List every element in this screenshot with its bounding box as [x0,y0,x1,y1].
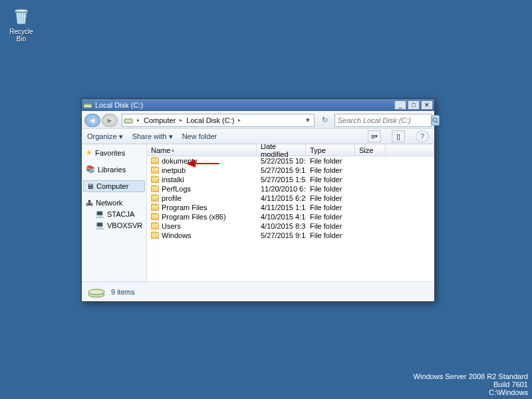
file-date: 5/27/2015 9:18 AM [257,231,306,239]
table-row[interactable]: Program Files (x86)4/10/2015 4:13 PMFile… [147,212,434,221]
file-date: 4/10/2015 4:13 PM [257,213,306,221]
libraries-icon: 📚 [86,165,95,174]
help-button[interactable]: ? [416,130,429,142]
file-date: 4/11/2015 1:14 PM [257,203,306,211]
chevron-right-icon: ▸ [178,117,184,123]
computer-icon: 🖥 [86,182,94,190]
chevron-down-icon: ▾ [119,132,123,141]
chevron-down-icon: ▾ [169,132,173,141]
sort-asc-icon: ▴ [172,147,174,153]
table-row[interactable]: profile4/11/2015 6:20 AMFile folder [147,194,434,203]
file-type: File folder [306,185,355,193]
sidebar-computer[interactable]: 🖥Computer [83,180,145,192]
file-date: 11/20/2010 6:04 AM [257,185,306,193]
sidebar-favorites[interactable]: ★Favorites [83,147,145,158]
desktop-watermark: Windows Server 2008 R2 Standard Build 76… [414,372,528,396]
view-options-button[interactable]: ≡ ▾ [368,130,381,142]
command-bar: Organize ▾ Share with ▾ New folder ≡ ▾ ▯… [82,128,434,144]
folder-icon [151,186,159,192]
col-size[interactable]: Size [355,144,386,156]
network-node[interactable]: 💻VBOXSVR [83,219,145,231]
window-title: Local Disk (C:) [95,101,393,109]
breadcrumb-drive[interactable]: Local Disk (C:) [184,116,237,124]
search-box[interactable] [334,114,432,127]
drive-icon [87,285,106,299]
table-row[interactable]: instalki5/27/2015 1:52 AMFile folder [147,175,434,184]
table-row[interactable]: PerfLogs11/20/2010 6:04 AMFile folder [147,184,434,194]
computer-icon: 💻 [95,221,104,229]
status-bar: 9 items [82,281,434,301]
svg-point-0 [15,9,28,12]
file-type: File folder [306,231,355,239]
folder-icon [151,167,159,174]
table-row[interactable]: Program Files4/11/2015 1:14 PMFile folde… [147,203,434,212]
file-name: instalki [162,176,184,184]
column-headers: Name▴ Date modified Type Size [147,144,434,156]
star-icon: ★ [86,148,92,157]
table-row[interactable]: Users4/10/2015 8:38 AMFile folder [147,221,434,231]
col-date[interactable]: Date modified [257,144,306,156]
share-menu[interactable]: Share with ▾ [132,132,173,141]
recycle-bin[interactable]: Recycle Bin [5,5,37,43]
preview-pane-button[interactable]: ▯ [392,130,405,142]
search-icon[interactable] [432,115,440,126]
file-type: File folder [306,203,355,211]
chevron-right-icon: ▸ [237,117,242,123]
folder-icon [151,213,159,220]
svg-rect-3 [124,119,132,123]
file-date: 5/27/2015 1:52 AM [257,176,306,184]
refresh-button[interactable]: ↻ [319,114,331,126]
file-name: Program Files (x86) [162,213,226,221]
nav-pane: ★Favorites 📚Libraries 🖥Computer 🖧Network… [82,144,147,281]
file-name: dokumenty [162,157,198,165]
titlebar[interactable]: Local Disk (C:) _ □ ✕ [82,99,434,111]
close-button[interactable]: ✕ [421,100,433,110]
svg-rect-2 [84,104,91,105]
file-rows: dokumenty5/22/2015 10:43 AMFile folderin… [147,156,434,281]
folder-icon [151,176,159,183]
network-node[interactable]: 💻STACJA [83,208,145,219]
back-button[interactable]: ◄ [84,114,100,127]
organize-menu[interactable]: Organize ▾ [87,132,123,141]
svg-rect-1 [84,104,92,108]
window-body: ★Favorites 📚Libraries 🖥Computer 🖧Network… [82,144,434,281]
file-name: PerfLogs [162,185,191,193]
sidebar-libraries[interactable]: 📚Libraries [83,164,145,175]
col-type[interactable]: Type [306,144,355,156]
folder-icon [151,232,159,239]
status-text: 9 items [111,288,134,296]
table-row[interactable]: Windows5/27/2015 9:18 AMFile folder [147,231,434,240]
search-input[interactable] [338,116,430,124]
drive-icon [124,116,133,125]
file-type: File folder [306,222,355,230]
file-date: 4/10/2015 8:38 AM [257,222,306,230]
file-type: File folder [306,213,355,221]
address-bar[interactable]: ▸ Computer ▸ Local Disk (C:) ▸ ▾ [122,114,315,127]
file-type: File folder [306,166,355,174]
table-row[interactable]: dokumenty5/22/2015 10:43 AMFile folder [147,156,434,166]
file-name: Users [162,222,181,230]
maximize-button[interactable]: □ [408,100,420,110]
folder-icon [151,204,159,211]
forward-button[interactable]: ► [102,114,118,127]
new-folder-button[interactable]: New folder [182,132,217,140]
folder-icon [151,195,159,201]
file-name: Windows [162,231,192,239]
svg-line-5 [436,121,438,123]
file-list: Name▴ Date modified Type Size dokumenty5… [147,144,434,281]
breadcrumb-computer[interactable]: Computer [141,116,178,124]
file-name: profile [162,194,182,202]
network-icon: 🖧 [86,199,93,207]
col-name[interactable]: Name▴ [147,144,257,156]
minimize-button[interactable]: _ [394,100,406,110]
recycle-bin-label: Recycle Bin [5,28,37,43]
table-row[interactable]: inetpub5/27/2015 9:13 AMFile folder [147,166,434,175]
address-dropdown[interactable]: ▾ [303,116,313,124]
file-date: 5/27/2015 9:13 AM [257,166,306,174]
nav-bar: ◄ ► ▸ Computer ▸ Local Disk (C:) ▸ ▾ ↻ [82,111,434,128]
sidebar-network[interactable]: 🖧Network 💻STACJA 💻VBOXSVR [83,198,145,231]
folder-icon [151,223,159,229]
col-blank[interactable] [386,144,434,156]
file-name: inetpub [162,166,186,174]
file-date: 4/11/2015 6:20 AM [257,194,306,202]
